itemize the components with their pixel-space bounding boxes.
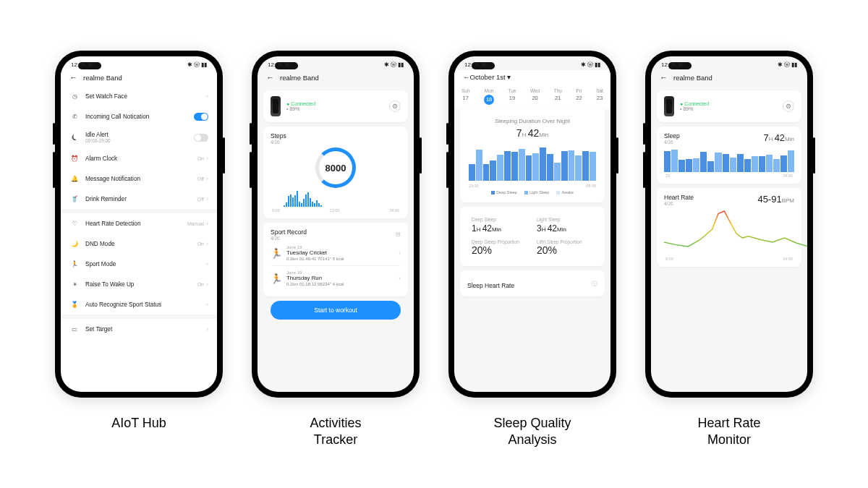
setting-row[interactable]: ◷Set Watch Face›: [61, 86, 217, 106]
gear-icon[interactable]: ⚙: [783, 100, 794, 112]
battery-label: 89%: [289, 106, 299, 111]
setting-label: Raise To Wake Up: [85, 281, 197, 288]
sport-record-date: 4/26: [271, 236, 396, 241]
steps-value: 8000: [326, 163, 346, 174]
day-cell[interactable]: Tue19: [509, 88, 516, 105]
setting-row[interactable]: 🔔Message NotificationOff›: [61, 168, 217, 189]
caption: ActivitiesTracker: [310, 415, 361, 449]
day-cell[interactable]: Wed20: [530, 88, 540, 105]
setting-label: Heart Rate Detection: [85, 221, 187, 227]
day-cell[interactable]: Thu21: [554, 88, 562, 105]
chevron-right-icon: ›: [206, 195, 208, 202]
connection-card[interactable]: ● Connected ▪ 89% ⚙: [657, 90, 801, 122]
chevron-right-icon: ›: [399, 249, 401, 257]
status-icons: ✱ ⓦ ▮▮: [384, 61, 404, 69]
phone-sleep: 12:30 ✱ ⓦ ▮▮ ← October 1st ▾ Sun17Mon18T…: [448, 51, 616, 398]
steps-date: 4/26: [271, 140, 401, 145]
caption: Sleep QualityAnalysis: [493, 415, 571, 449]
idle-icon: ⏾: [69, 132, 80, 142]
list-icon[interactable]: ⊟: [396, 231, 401, 238]
sport-record-item[interactable]: 🏃June 19Tuesday Cricket0.2km 01:46:41 70…: [271, 241, 401, 265]
chevron-right-icon: ›: [206, 220, 208, 227]
header: ← realme Band: [651, 70, 807, 86]
setting-label: Drink Reminder: [85, 196, 197, 202]
start-workout-button[interactable]: Start to workout: [271, 301, 401, 320]
toggle[interactable]: [194, 134, 208, 142]
chevron-right-icon: ›: [399, 275, 401, 282]
status-bar: 12:30 ✱ ⓦ ▮▮: [651, 56, 807, 70]
sport-record-item[interactable]: 🏃June 19Thursday Run0.1km 01:18:12 58234…: [271, 265, 401, 291]
caption: Heart RateMonitor: [697, 415, 760, 449]
chevron-right-icon: ›: [206, 301, 208, 308]
msg-icon: 🔔: [69, 174, 80, 184]
connection-card[interactable]: ● Connected ▪ 89% ⚙: [263, 90, 408, 122]
back-icon[interactable]: ←: [660, 73, 668, 82]
setting-label: Auto Recognize Sport Status: [85, 301, 206, 308]
setting-row[interactable]: 🌙DND ModeOn›: [61, 234, 217, 254]
status-icons: ✱ ⓦ ▮▮: [778, 61, 797, 69]
date-picker[interactable]: October 1st ▾: [470, 73, 511, 81]
sleep-duration-card: Sleeping Duration Over Night 7H 42Min 23…: [460, 109, 605, 202]
steps-title: Steps: [271, 132, 401, 140]
status-time: 12:30: [661, 61, 676, 68]
setting-row[interactable]: 🏅Auto Recognize Sport Status›: [61, 294, 217, 314]
setting-row[interactable]: ☀Raise To Wake UpOn›: [61, 274, 217, 294]
dnd-icon: 🌙: [69, 239, 80, 249]
watchface-icon: ◷: [69, 91, 80, 101]
toggle[interactable]: [194, 113, 208, 121]
back-icon[interactable]: ←: [463, 73, 470, 81]
sleep-legend: Deep Sleep Light Sleep Awake: [467, 190, 597, 194]
chevron-right-icon: ›: [206, 93, 208, 100]
setting-row[interactable]: 🏃Sport Mode›: [61, 254, 217, 274]
status-bar: 12:30 ✱ ⓦ ▮▮: [258, 56, 414, 70]
duration-label: Sleeping Duration Over Night: [467, 118, 597, 124]
setting-row[interactable]: ▭Set Target›: [61, 319, 217, 339]
day-cell[interactable]: Sun17: [461, 88, 470, 105]
setting-label: Incoming Call Notication: [85, 114, 194, 120]
sport-record-title: Sport Record: [271, 228, 396, 236]
chevron-right-icon: ›: [206, 175, 208, 182]
setting-row[interactable]: 🥤Drink ReminderOff›: [61, 189, 217, 209]
connected-label: Connected: [684, 101, 709, 106]
setting-row[interactable]: ✆Incoming Call Notication: [61, 106, 217, 127]
day-cell[interactable]: Sat23: [596, 88, 603, 105]
status-time: 12:30: [464, 61, 479, 68]
day-cell[interactable]: Fri22: [576, 88, 582, 105]
sleep-bar-chart: [469, 142, 596, 181]
help-icon[interactable]: ⓘ: [592, 280, 597, 288]
setting-label: Alarm Clock: [85, 155, 197, 162]
setting-label: Idle Alert09:00-19:00: [85, 132, 194, 143]
heart-rate-card[interactable]: Heart Rate 4/26 45-91BPM 0:00 24:00: [657, 188, 801, 267]
phone-heart-rate: 12:30 ✱ ⓦ ▮▮ ← realme Band ● Connected ▪…: [645, 51, 813, 398]
back-icon[interactable]: ←: [69, 73, 77, 82]
status-time: 12:30: [71, 61, 85, 68]
setting-row[interactable]: ⏾Idle Alert09:00-19:00: [61, 127, 217, 148]
target-icon: ▭: [69, 324, 80, 334]
raise-icon: ☀: [69, 279, 80, 289]
week-selector[interactable]: Sun17Mon18Tue19Wed20Thu21Fri22Sat23: [454, 85, 610, 109]
steps-ring-icon: 8000: [315, 147, 356, 188]
heart-icon: ♡: [69, 218, 80, 228]
phone-activities: 12:30 ✱ ⓦ ▮▮ ← realme Band ● Connected ▪…: [252, 51, 420, 398]
connected-label: Connected: [291, 101, 315, 106]
status-icons: ✱ ⓦ ▮▮: [187, 61, 207, 69]
steps-card[interactable]: Steps 4/26 8000 0:00 12:00 24:00: [263, 127, 408, 218]
sleep-heart-rate-card[interactable]: Sleep Heart Rate ⓘ: [460, 270, 605, 296]
setting-row[interactable]: ⏰Alarm ClockOn›: [61, 148, 217, 168]
sport-icon: 🏃: [69, 259, 80, 269]
alarm-icon: ⏰: [69, 153, 80, 163]
chevron-right-icon: ›: [206, 240, 208, 247]
chevron-right-icon: ›: [206, 155, 208, 162]
call-icon: ✆: [69, 111, 80, 121]
drink-icon: 🥤: [69, 194, 80, 204]
setting-row[interactable]: ♡Heart Rate DetectionManual›: [61, 213, 217, 234]
setting-label: DND Mode: [85, 241, 197, 247]
header: ← realme Band: [61, 70, 217, 86]
chevron-right-icon: ›: [206, 260, 208, 267]
sleep-mini-card[interactable]: Sleep 4/26 7H 42Min 23 24:00: [657, 127, 801, 184]
back-icon[interactable]: ←: [266, 73, 274, 82]
gear-icon[interactable]: ⚙: [389, 100, 401, 112]
sport-record-card[interactable]: Sport Record 4/26 ⊟ 🏃June 19Tuesday Cric…: [263, 223, 408, 296]
day-cell[interactable]: Mon18: [484, 88, 494, 105]
status-bar: 12:30 ✱ ⓦ ▮▮: [454, 56, 610, 70]
